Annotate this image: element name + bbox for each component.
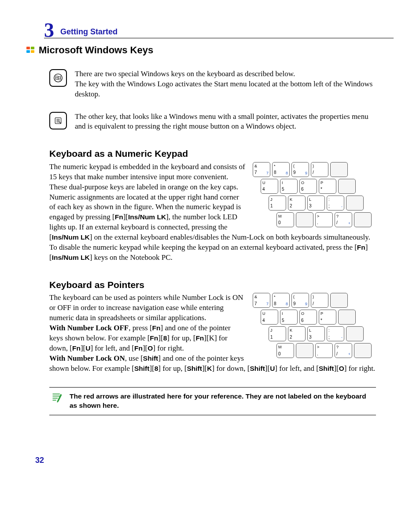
keypad-key: I5 xyxy=(280,310,298,325)
keypad-key: J1 xyxy=(269,326,286,341)
subsection-numeric-keypad: Keyboard as a Numeric Keypad xyxy=(49,148,394,160)
keypad-row: J1K2L3:;- xyxy=(253,326,376,341)
windows-menu-key-icon xyxy=(49,112,67,129)
keypad-key: )/ xyxy=(311,293,328,308)
keypad-key: *88 xyxy=(272,162,290,177)
keypad-key: K2 xyxy=(288,196,306,211)
keypad-key: P* xyxy=(319,310,336,325)
windows-logo-key-row: There are two special Windows keys on th… xyxy=(49,69,376,100)
note-pencil-icon xyxy=(51,392,63,410)
keypad-key: *88 xyxy=(272,293,290,308)
windows-flag-icon xyxy=(26,47,35,54)
keypad-key: M0 xyxy=(276,343,294,358)
keypad-row: &77*88(99)/ xyxy=(253,162,376,177)
keypad-key xyxy=(346,196,364,211)
keypad-figure-2: &77*88(99)/U4I5O6P*J1K2L3:;-M0>.?/+ xyxy=(253,293,376,360)
keypad-key: L3 xyxy=(307,326,325,341)
keypad-key: J1 xyxy=(269,196,286,211)
keypad-key: O6 xyxy=(299,310,317,325)
keypad-key xyxy=(296,343,313,358)
windows-menu-key-row: The other key, that looks like a Windows… xyxy=(49,112,376,132)
chapter-title: Getting Started xyxy=(60,26,118,37)
keypad-key: )/ xyxy=(311,162,328,177)
keypad-key: &77 xyxy=(253,162,270,177)
keypad-key: L3 xyxy=(307,196,325,211)
windows-menu-key-text: The other key, that looks like a Windows… xyxy=(75,112,376,132)
keypad-key: >. xyxy=(315,212,333,227)
keypad-key: U4 xyxy=(261,179,278,194)
note-box: The red arrows are illustrated here for … xyxy=(49,387,376,415)
keypad-key xyxy=(346,326,364,341)
keypad-key: O6 xyxy=(299,179,317,194)
keypad-key xyxy=(338,179,356,194)
keypad-key: U4 xyxy=(261,310,278,325)
keypad-key: &77 xyxy=(253,293,270,308)
keypad-key xyxy=(338,310,356,325)
keypad-key: I5 xyxy=(280,179,298,194)
keypad-row: &77*88(99)/ xyxy=(253,293,376,308)
keypad-row: M0>.?/+ xyxy=(253,212,376,227)
keypad-key xyxy=(330,162,348,177)
keypad-key: (99 xyxy=(291,293,309,308)
section-title-windows-keys: Microsoft Windows Keys xyxy=(26,44,394,57)
windows-logo-key-icon xyxy=(49,69,67,87)
keypad-key xyxy=(296,212,313,227)
keypad-key: K2 xyxy=(288,326,306,341)
keypad-row: M0>.?/+ xyxy=(253,343,376,358)
numeric-keypad-body: &77*88(99)/U4I5O6P*J1K2L3:;-M0>.?/+ The … xyxy=(49,162,376,263)
keypad-row: J1K2L3:;- xyxy=(253,196,376,211)
keypad-key: ?/+ xyxy=(335,212,352,227)
keypad-key xyxy=(354,343,372,358)
section-title-text: Microsoft Windows Keys xyxy=(39,44,153,57)
chapter-header: 3 Getting Started xyxy=(44,18,394,38)
keypad-key: ?/+ xyxy=(335,343,352,358)
keypad-key: P* xyxy=(319,179,336,194)
keypad-key: :;- xyxy=(327,326,344,341)
subsection-pointers: Keyboard as Pointers xyxy=(49,279,394,291)
keypad-key: (99 xyxy=(291,162,309,177)
keypad-key: :;- xyxy=(327,196,344,211)
keypad-figure-1: &77*88(99)/U4I5O6P*J1K2L3:;-M0>.?/+ xyxy=(253,162,376,229)
chapter-number: 3 xyxy=(44,20,54,41)
keypad-row: U4I5O6P* xyxy=(253,310,376,325)
keypad-key: M0 xyxy=(276,212,294,227)
keypad-row: U4I5O6P* xyxy=(253,179,376,194)
page-number: 32 xyxy=(35,455,394,465)
keypad-key xyxy=(330,293,348,308)
keypad-key xyxy=(354,212,372,227)
keypad-key: >. xyxy=(315,343,333,358)
pointers-body: &77*88(99)/U4I5O6P*J1K2L3:;-M0>.?/+ The … xyxy=(49,293,376,374)
windows-logo-key-text: There are two special Windows keys on th… xyxy=(75,69,376,100)
note-text: The red arrows are illustrated here for … xyxy=(70,392,374,410)
